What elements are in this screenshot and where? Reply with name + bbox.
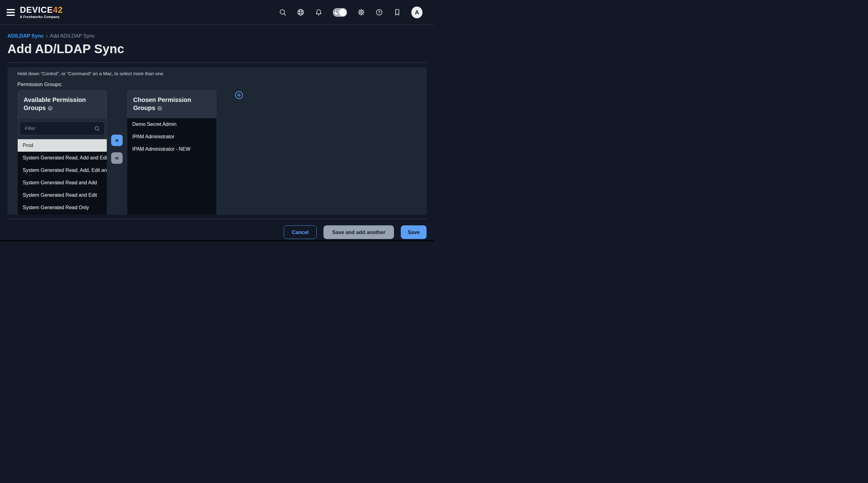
move-all-right-button[interactable]: » [111,135,123,146]
chosen-panel-header: Chosen Permission Groups? [127,90,216,118]
form-card: Hold down “Control”, or “Command” on a M… [7,67,427,215]
available-panel-header: Available Permission Groups? [18,90,107,139]
theme-toggle[interactable] [333,8,347,17]
device42-logo[interactable]: DEVICE42 A Freshworks Company [20,6,63,19]
menu-icon[interactable] [6,7,15,18]
toggle-knob [339,9,346,16]
list-item[interactable]: System Generated Read and Add [18,176,107,189]
add-permission-group-icon[interactable] [235,91,243,99]
top-bar: DEVICE42 A Freshworks Company [0,0,434,25]
cancel-button[interactable]: Cancel [284,225,317,239]
title-divider [7,62,427,63]
user-avatar[interactable]: A [411,6,423,18]
list-item[interactable]: System Generated Read, Add, Edit an [18,164,107,176]
footer-actions: Cancel Save and add another Save [0,219,434,240]
multiselect-helper-text: Hold down “Control”, or “Command” on a M… [18,71,164,76]
svg-text:?: ? [378,10,381,15]
chosen-permission-list[interactable]: Demo Secret AdminIPAM AdministratorIPAM … [127,118,216,215]
list-item[interactable]: System Generated Read and Edit [18,189,107,201]
chosen-permission-groups-panel: Chosen Permission Groups? Demo Secret Ad… [127,90,216,215]
list-item[interactable]: System Generated Read Only [18,201,107,214]
breadcrumb-separator: › [46,33,48,38]
logo-text: DEVICE42 [20,6,63,14]
transfer-controls: » « [111,135,123,164]
logo-accent: 42 [53,5,63,15]
bell-icon[interactable] [315,8,322,16]
chosen-help-icon[interactable]: ? [157,106,162,111]
available-help-icon[interactable]: ? [48,106,53,111]
filter-row [18,118,106,139]
permission-groups-label: Permission Groups: [18,81,62,87]
chosen-panel-title: Chosen Permission Groups [133,96,191,111]
available-permission-list[interactable]: ProdSystem Generated Read, Add and EdiSy… [18,139,107,215]
bottom-strip [0,240,434,242]
list-item[interactable]: Demo Secret Admin [127,118,216,131]
logo-subtitle: A Freshworks Company [20,15,63,19]
available-permission-groups-panel: Available Permission Groups? ProdSystem … [18,90,107,215]
breadcrumb: AD/LDAP Sync›Add AD/LDAP Sync [7,33,427,39]
bookmark-icon[interactable] [393,8,401,16]
save-button[interactable]: Save [401,225,427,239]
available-panel-title: Available Permission Groups [24,96,86,111]
page-title: Add AD/LDAP Sync [7,41,427,56]
list-item[interactable]: Prod [18,139,107,152]
top-icon-group: ? A [279,6,423,18]
help-icon[interactable]: ? [375,8,383,16]
save-and-add-another-button[interactable]: Save and add another [323,225,394,239]
search-icon[interactable] [279,8,286,16]
breadcrumb-current: Add AD/LDAP Sync [50,33,95,38]
globe-icon[interactable] [297,8,305,16]
list-item[interactable]: IPAM Administrator [127,131,216,143]
gear-icon[interactable] [357,8,365,16]
move-all-left-button[interactable]: « [111,152,123,164]
breadcrumb-link-adldap-sync[interactable]: AD/LDAP Sync [7,33,44,38]
list-item[interactable]: IPAM Administrator - NEW [127,143,216,155]
filter-input[interactable] [20,121,104,135]
list-item[interactable]: System Generated Read, Add and Edi [18,152,107,164]
